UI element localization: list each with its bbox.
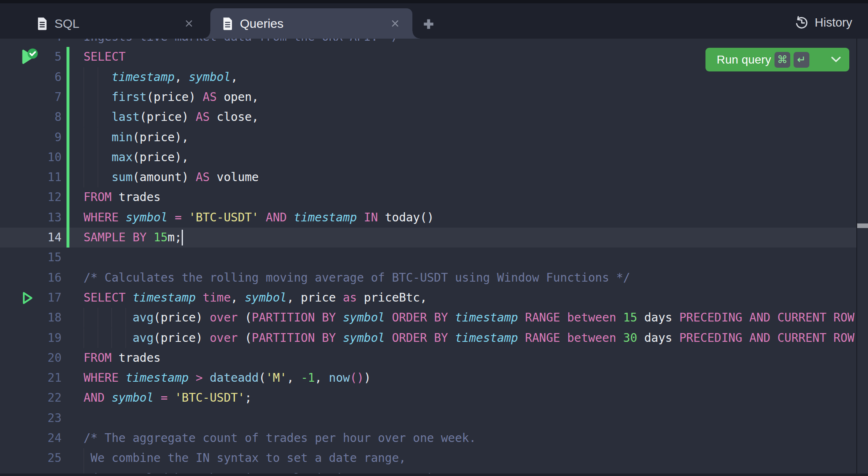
code-line[interactable]: 21WHERE timestamp > dateadd('M', -1, now… — [0, 368, 868, 388]
line-number[interactable]: 25 — [0, 448, 62, 468]
code-line[interactable]: 9 min(price), — [0, 128, 868, 148]
token-tx — [147, 231, 154, 244]
line-number[interactable]: 12 — [0, 187, 62, 207]
code-line[interactable]: 24/* The aggregate count of trades per h… — [0, 428, 868, 449]
token-tx — [259, 211, 266, 224]
bottom-panel-edge — [0, 474, 868, 476]
tab-sql[interactable]: SQL — [25, 8, 203, 39]
token-tx — [518, 311, 525, 324]
close-icon[interactable] — [391, 20, 399, 27]
code-line-text: SELECT timestamp time, symbol, price as … — [84, 288, 427, 308]
token-nu: 30 — [623, 331, 637, 345]
code-line-text: first(price) AS open, — [84, 87, 259, 107]
token-tx — [385, 311, 392, 324]
token-kw: SELECT — [84, 50, 126, 64]
token-tx: priceBtc, — [357, 291, 427, 304]
token-kw: ORDER BY — [392, 311, 448, 324]
file-icon — [37, 17, 48, 31]
code-line[interactable]: 10 max(price), — [0, 147, 868, 168]
line-number[interactable]: 23 — [0, 408, 62, 428]
token-tx — [84, 331, 133, 345]
scroll-position-marker — [857, 223, 868, 228]
line-number[interactable]: 4 — [0, 39, 62, 47]
run-options-chevron-icon[interactable] — [830, 56, 842, 63]
line-number[interactable]: 11 — [0, 167, 62, 187]
token-nu: 15 — [623, 311, 637, 324]
token-tx — [560, 311, 567, 324]
token-cm: /* Calculates the rolling moving average… — [84, 271, 630, 285]
code-line[interactable]: 18 avg(price) over (PARTITION BY symbol … — [0, 308, 868, 328]
token-tx — [84, 70, 111, 84]
token-tx: close, — [210, 110, 259, 124]
code-line-text: last(price) AS close, — [84, 107, 259, 127]
line-number[interactable]: 13 — [0, 208, 62, 228]
close-icon[interactable] — [185, 20, 193, 27]
code-line[interactable]: 22AND symbol = 'BTC-USDT'; — [0, 388, 868, 408]
line-number[interactable]: 5 — [0, 47, 62, 67]
token-fn: sum — [111, 170, 133, 184]
code-line[interactable]: 14SAMPLE BY 15m; — [0, 228, 868, 248]
code-line[interactable]: 20FROM trades — [0, 348, 868, 368]
token-tx — [616, 311, 623, 324]
line-number[interactable]: 14 — [0, 228, 62, 248]
token-tx — [357, 211, 364, 224]
plus-icon — [422, 18, 435, 30]
code-line-text: avg(price) over (PARTITION BY symbol ORD… — [84, 308, 861, 328]
token-tx: today() — [378, 211, 434, 224]
token-tx: ) — [364, 371, 371, 385]
history-icon — [794, 15, 809, 30]
code-line[interactable]: 25 We combine the IN syntax to set a dat… — [0, 448, 868, 469]
token-tx: ( — [259, 371, 266, 385]
token-tx — [448, 311, 455, 324]
code-line[interactable]: 16/* Calculates the rolling moving avera… — [0, 268, 868, 288]
token-kw: IN — [364, 211, 378, 224]
overview-ruler[interactable] — [856, 39, 868, 476]
token-tx — [168, 391, 175, 405]
token-cm: Ingests live market data from the OKX AP… — [84, 39, 399, 44]
line-number[interactable]: 21 — [0, 368, 62, 388]
token-kw: between — [567, 311, 616, 324]
code-line[interactable]: 11 sum(amount) AS volume — [0, 167, 868, 188]
line-number[interactable]: 17 — [0, 288, 62, 308]
new-tab-button[interactable] — [422, 18, 435, 30]
tab-queries[interactable]: Queries — [210, 8, 412, 39]
line-number[interactable]: 9 — [0, 128, 62, 147]
code-line[interactable]: 15 — [0, 248, 868, 268]
code-line[interactable]: 12FROM trades — [0, 187, 868, 208]
line-number[interactable]: 20 — [0, 348, 62, 368]
code-line[interactable]: 13WHERE symbol = 'BTC-USDT' AND timestam… — [0, 208, 868, 228]
line-number[interactable]: 16 — [0, 268, 62, 288]
token-tx — [84, 110, 111, 124]
code-line[interactable]: 17SELECT timestamp time, symbol, price a… — [0, 288, 868, 308]
code-line[interactable]: 19 avg(price) over (PARTITION BY symbol … — [0, 328, 868, 348]
code-line[interactable]: 7 first(price) AS open, — [0, 87, 868, 108]
history-button[interactable]: History — [794, 12, 852, 33]
code-line-text: avg(price) over (PARTITION BY symbol ORD… — [84, 328, 861, 348]
line-number[interactable]: 7 — [0, 87, 62, 107]
token-tx — [560, 331, 567, 345]
line-number[interactable]: 6 — [0, 67, 62, 87]
cmd-keycap: ⌘ — [774, 52, 790, 68]
line-number[interactable]: 19 — [0, 328, 62, 348]
token-tx — [203, 371, 210, 385]
token-fn: last — [111, 110, 139, 124]
code-line-text: SELECT — [84, 47, 126, 67]
line-number[interactable]: 8 — [0, 107, 62, 127]
token-tx — [196, 291, 203, 304]
line-number[interactable]: 18 — [0, 308, 62, 328]
code-line[interactable]: 8 last(price) AS close, — [0, 107, 868, 128]
token-tx — [154, 391, 161, 405]
code-line-text: sum(amount) AS volume — [84, 167, 259, 187]
code-line[interactable]: 4Ingests live market data from the OKX A… — [0, 39, 868, 47]
code-line[interactable]: 23 — [0, 408, 868, 429]
token-fn: max — [111, 150, 133, 164]
line-number[interactable]: 24 — [0, 428, 62, 448]
line-number[interactable]: 15 — [0, 248, 62, 267]
run-query-label: Run query — [717, 53, 771, 66]
token-tx — [336, 311, 343, 324]
line-number[interactable]: 10 — [0, 147, 62, 167]
token-ty: timestamp — [133, 291, 196, 304]
token-tx: trades — [111, 190, 160, 204]
line-number[interactable]: 22 — [0, 388, 62, 408]
run-query-button[interactable]: Run query ⌘ ↵ — [705, 48, 849, 71]
